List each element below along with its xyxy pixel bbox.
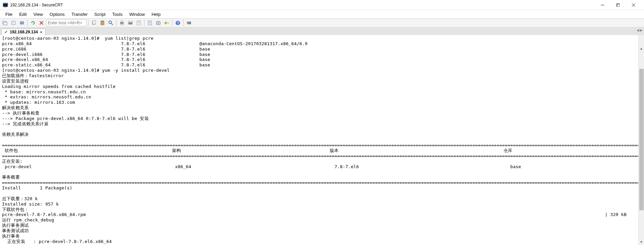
svg-rect-12 <box>20 23 24 24</box>
connected-icon: ✔ <box>4 30 8 34</box>
toolbar-separator <box>183 20 184 26</box>
app-icon <box>3 2 8 8</box>
public-key-icon[interactable] <box>163 19 170 27</box>
menu-options[interactable]: Options <box>46 11 68 18</box>
svg-point-30 <box>150 22 151 23</box>
log-session-icon[interactable] <box>135 19 142 27</box>
svg-rect-35 <box>168 23 169 24</box>
quick-connect-icon[interactable] <box>10 19 17 27</box>
toolbar-separator <box>116 20 117 26</box>
menu-bar: File Edit View Options Transfer Script T… <box>0 10 644 18</box>
svg-rect-22 <box>121 21 123 22</box>
menu-view[interactable]: View <box>30 11 46 18</box>
svg-rect-29 <box>148 21 152 25</box>
scroll-up-icon[interactable]: ▲ <box>639 46 644 52</box>
svg-rect-1 <box>3 4 7 6</box>
window-title: 192.168.29.134 - SecureCRT <box>10 3 595 7</box>
close-button[interactable] <box>626 0 641 10</box>
menu-tools[interactable]: Tools <box>109 11 126 18</box>
terminal-output[interactable]: [root@centos-aaron-03 nginx-1.14.0]# yum… <box>0 35 644 245</box>
tab-bar: ✔ 192.168.29.134 ✕ ◀ ▶ <box>0 28 644 35</box>
menu-transfer[interactable]: Transfer <box>68 11 91 18</box>
tab-close-icon[interactable]: ✕ <box>40 30 42 34</box>
toolbar-separator <box>144 20 144 26</box>
scroll-thumb[interactable] <box>639 69 644 210</box>
svg-rect-16 <box>93 21 96 24</box>
host-input[interactable] <box>46 20 87 26</box>
paste-icon[interactable] <box>99 19 106 27</box>
svg-rect-18 <box>101 21 103 22</box>
svg-point-33 <box>165 22 167 24</box>
tool-bar: ? <box>0 18 644 28</box>
svg-rect-23 <box>121 24 123 25</box>
toolbar-separator <box>88 20 89 26</box>
reconnect-icon[interactable] <box>29 19 37 27</box>
session-tab[interactable]: ✔ 192.168.29.134 ✕ <box>1 29 45 35</box>
tab-label: 192.168.29.134 <box>10 30 38 34</box>
disconnect-icon[interactable] <box>38 19 45 27</box>
vertical-scrollbar[interactable]: ▲ ▼ <box>638 35 644 245</box>
properties-icon[interactable] <box>146 19 154 27</box>
copy-icon[interactable] <box>90 19 98 27</box>
tab-nav-arrows: ◀ ▶ <box>637 28 643 32</box>
svg-rect-11 <box>20 22 24 23</box>
sftp-icon[interactable] <box>185 19 193 27</box>
menu-help[interactable]: Help <box>148 11 164 18</box>
maximize-button[interactable] <box>610 0 626 10</box>
menu-window[interactable]: Window <box>126 11 148 18</box>
toolbar-separator <box>172 20 172 26</box>
help-icon[interactable]: ? <box>174 19 182 27</box>
print-icon[interactable] <box>118 19 126 27</box>
menu-file[interactable]: File <box>2 11 16 18</box>
window-title-bar: 192.168.29.134 - SecureCRT <box>0 0 644 10</box>
menu-edit[interactable]: Edit <box>16 11 30 18</box>
svg-rect-25 <box>129 22 132 24</box>
svg-point-32 <box>158 22 159 24</box>
find-icon[interactable] <box>107 19 115 27</box>
scroll-down-icon[interactable]: ▼ <box>639 239 644 245</box>
svg-point-19 <box>109 21 111 24</box>
connect-bar-icon[interactable] <box>18 19 26 27</box>
svg-rect-5 <box>617 4 620 7</box>
svg-rect-38 <box>187 22 189 24</box>
svg-rect-2 <box>4 7 6 7</box>
window-controls <box>595 0 641 10</box>
svg-rect-39 <box>189 22 191 24</box>
tab-prev-icon[interactable]: ◀ <box>637 28 639 32</box>
session-manager-icon[interactable] <box>1 19 9 27</box>
tab-next-icon[interactable]: ▶ <box>640 28 643 32</box>
global-options-icon[interactable] <box>155 19 162 27</box>
toolbar-separator <box>27 20 28 26</box>
minimize-button[interactable] <box>595 0 610 10</box>
menu-script[interactable]: Script <box>91 11 109 18</box>
svg-line-20 <box>111 23 113 25</box>
svg-text:?: ? <box>177 21 179 25</box>
svg-rect-9 <box>4 22 7 25</box>
print-screen-icon[interactable] <box>127 19 134 27</box>
